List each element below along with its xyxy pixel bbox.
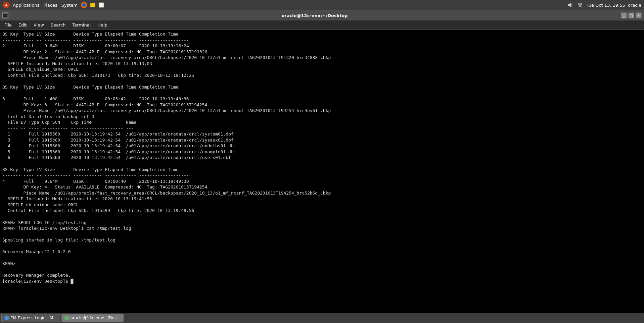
- close-button[interactable]: ✕: [636, 12, 642, 18]
- taskbar-left: A Applications Places System: [3, 1, 105, 9]
- menu-help[interactable]: Help: [95, 22, 110, 28]
- top-taskbar: A Applications Places System: [0, 0, 644, 10]
- menu-edit[interactable]: Edit: [16, 22, 30, 28]
- places-menu[interactable]: Places: [42, 3, 58, 8]
- menu-search[interactable]: Search: [48, 22, 68, 28]
- app-icon: A: [3, 1, 10, 9]
- minimize-button[interactable]: _: [621, 12, 627, 18]
- files-icon[interactable]: [89, 1, 96, 9]
- maximize-button[interactable]: □: [628, 12, 634, 18]
- window-title: oracle@12c-env:~/Desktop: [8, 13, 621, 18]
- applications-menu[interactable]: Applications: [11, 3, 41, 8]
- window-titlebar: oracle@12c-env:~/Desktop _ □ ✕: [0, 10, 644, 20]
- bottom-taskbar: EM Express Login - M... oracle@12c-env:~…: [0, 313, 644, 323]
- svg-rect-11: [579, 5, 581, 7]
- taskbar-right: Tue Oct 13, 19:55 oracle: [566, 1, 641, 9]
- datetime: Tue Oct 13, 19:55: [587, 3, 625, 8]
- terminal-task-label: oracle@12c-env:~/Des...: [71, 316, 121, 320]
- taskbar-item-terminal[interactable]: oracle@12c-env:~/Des...: [61, 314, 124, 322]
- em-express-label: EM Express Login - M...: [10, 316, 57, 320]
- menu-terminal[interactable]: Terminal: [70, 22, 93, 28]
- username: oracle: [628, 3, 641, 8]
- firefox-icon[interactable]: [80, 1, 88, 9]
- network-icon[interactable]: [577, 1, 584, 9]
- svg-text:A: A: [5, 3, 8, 7]
- menu-file[interactable]: File: [2, 22, 14, 28]
- svg-point-3: [82, 3, 86, 7]
- svg-rect-5: [90, 3, 92, 4]
- svg-marker-10: [568, 3, 571, 7]
- svg-rect-15: [3, 14, 7, 17]
- terminal-window: oracle@12c-env:~/Desktop _ □ ✕ File Edit…: [0, 10, 644, 323]
- terminal-task-icon: [64, 316, 69, 320]
- em-express-icon: [4, 316, 9, 320]
- volume-icon[interactable]: [566, 1, 574, 9]
- taskbar-item-em-express[interactable]: EM Express Login - M...: [1, 314, 60, 322]
- system-menu[interactable]: System: [60, 3, 79, 8]
- terminal-content[interactable]: BS Key Type LV Size Device Type Elapsed …: [0, 30, 644, 323]
- window-controls: _ □ ✕: [621, 12, 642, 18]
- menu-view[interactable]: View: [31, 22, 47, 28]
- titlebar-icon: [2, 12, 8, 18]
- editor-icon[interactable]: [98, 1, 105, 9]
- menu-bar: File Edit View Search Terminal Help: [0, 20, 644, 30]
